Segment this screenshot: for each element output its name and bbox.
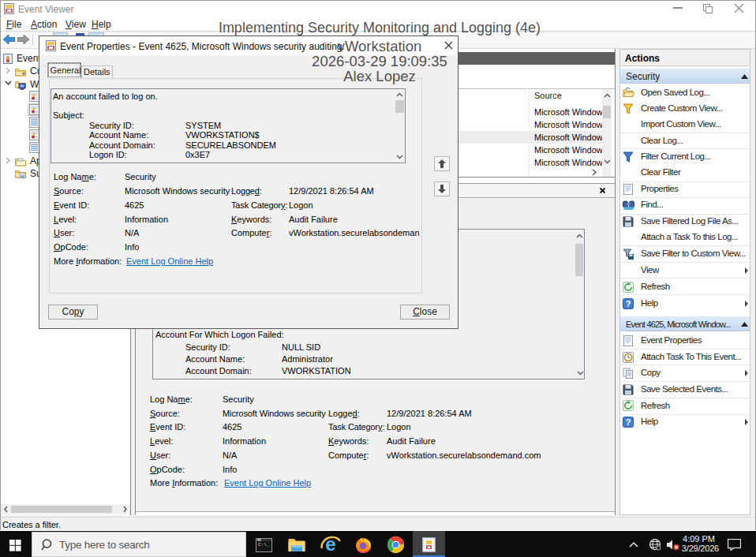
svg-text:C:\_: C:\_ — [258, 542, 270, 548]
svg-text:?: ? — [626, 299, 631, 308]
svg-text:?: ? — [626, 417, 631, 427]
